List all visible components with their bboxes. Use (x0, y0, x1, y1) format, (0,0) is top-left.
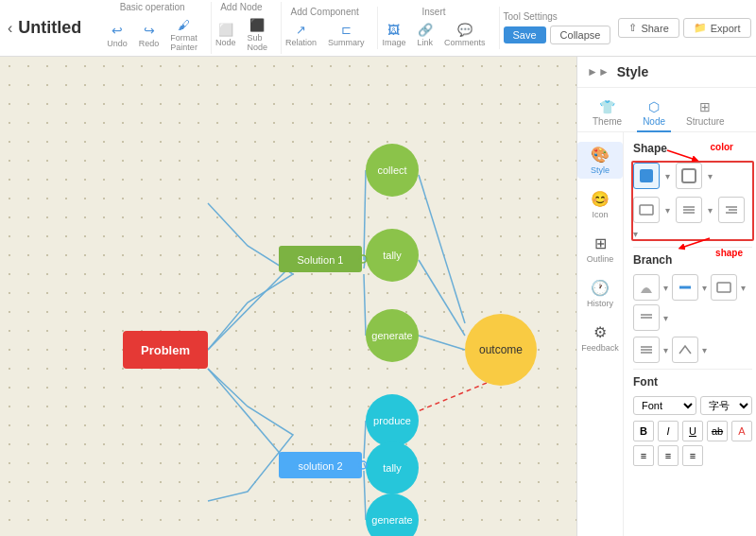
branch-more1-arrow[interactable]: ▾ (663, 345, 668, 355)
panel-inner: 🎨 Style 😊 Icon ⊞ Outline 🕐 History ⚙ (577, 132, 756, 536)
sidebar-item-style[interactable]: 🎨 Style (577, 142, 623, 179)
format-painter-button[interactable]: 🖌 Format Painter (166, 16, 201, 54)
collapse-button[interactable]: Collapse (550, 26, 611, 44)
back-button[interactable]: ‹ (8, 17, 12, 40)
sidebar-item-icon[interactable]: 😊 Icon (577, 186, 623, 223)
tool-settings-label: Tool Settings (504, 11, 558, 22)
tool-settings-buttons: Save Collapse (504, 26, 611, 44)
sub-node-button[interactable]: ⬛ Sub Node (243, 16, 271, 54)
bold-button[interactable]: B (633, 421, 654, 441)
fill-icon (639, 168, 654, 183)
branch-lines-button[interactable] (633, 304, 660, 331)
svg-text:generate: generate (371, 330, 412, 341)
sub-node-icon: ⬛ (249, 18, 265, 32)
save-button[interactable]: Save (504, 26, 546, 43)
insert-label: Insert (421, 7, 445, 17)
line-align-button[interactable] (676, 197, 702, 223)
fill-dropdown-arrow[interactable]: ▾ (665, 171, 670, 182)
underline-button[interactable]: U (682, 421, 703, 441)
add-component-items: ↗ Relation ⊏ Summary (282, 21, 369, 49)
branch-rect-button[interactable] (711, 274, 737, 301)
indent-dropdown-arrow[interactable]: ▾ (633, 229, 638, 239)
tab-structure[interactable]: ⊞ Structure (680, 95, 730, 132)
tab-node[interactable]: ⬡ Node (637, 95, 671, 132)
sidebar-item-feedback[interactable]: ⚙ Feedback (577, 320, 623, 356)
panel-style-content: Shape color (624, 132, 756, 536)
sidebar-item-outline[interactable]: ⊞ Outline (577, 231, 623, 268)
branch-more2-button[interactable] (672, 337, 698, 363)
toolbar-insert: Insert 🖼 Image 🔗 Link 💬 Comments (378, 7, 499, 49)
link-button[interactable]: 🔗 Link (413, 21, 437, 49)
side-icon-bar: 🎨 Style 😊 Icon ⊞ Outline 🕐 History ⚙ (577, 132, 624, 536)
italic-button[interactable]: I (658, 421, 679, 441)
svg-line-11 (364, 471, 366, 520)
svg-line-9 (364, 421, 366, 458)
font-size-select[interactable]: 字号 (700, 396, 752, 415)
shape-border-button[interactable] (676, 163, 702, 189)
strikethrough-button[interactable]: ab (707, 421, 728, 441)
redo-button[interactable]: ↪ Redo (135, 21, 163, 50)
branch-lines-arrow[interactable]: ▾ (663, 313, 668, 323)
align-right-button[interactable]: ≡ (682, 445, 703, 466)
sub-node-label: Sub Node (247, 33, 267, 52)
font-color-button[interactable]: A (731, 421, 752, 441)
image-button[interactable]: 🖼 Image (378, 21, 409, 49)
export-icon: 📁 (694, 22, 707, 34)
relation-button[interactable]: ↗ Relation (282, 21, 320, 49)
redo-label: Redo (139, 39, 160, 48)
branch-more2-icon (678, 344, 693, 355)
tab-theme[interactable]: 👕 Theme (587, 95, 627, 132)
export-button[interactable]: 📁 Export (683, 18, 751, 38)
shape-annotation: shape (715, 248, 743, 258)
toolbar-basic-operation: Basic operation ↩ Undo ↪ Redo 🖌 Format P… (103, 2, 212, 54)
align-left-button[interactable]: ≡ (633, 445, 654, 466)
color-annotation: color (711, 142, 733, 152)
branch-fill-button[interactable] (633, 274, 660, 301)
node-button[interactable]: ⬜ Node (212, 21, 240, 49)
branch-rect-arrow[interactable]: ▾ (741, 283, 746, 293)
branch-rect-icon (716, 282, 731, 293)
share-icon: ⇧ (628, 22, 637, 34)
basic-operation-label: Basic operation (120, 2, 185, 12)
sidebar-item-history[interactable]: 🕐 History (577, 275, 623, 312)
branch-more2-arrow[interactable]: ▾ (702, 345, 707, 355)
panel-title: Style (617, 64, 648, 79)
outline-icon: ⊞ (594, 234, 607, 252)
svg-line-4 (364, 274, 366, 336)
font-section: Font Font 字号 B I U ab A (633, 375, 752, 466)
svg-text:Problem: Problem (141, 343, 190, 357)
branch-more1-icon (639, 344, 654, 355)
comments-icon: 💬 (457, 23, 472, 37)
text-align-row: ≡ ≡ ≡ (633, 445, 752, 466)
branch-fill-arrow[interactable]: ▾ (663, 283, 668, 293)
rect-shape-button[interactable] (633, 197, 660, 223)
undo-icon: ↩ (112, 23, 123, 38)
branch-section: Branch ▾ ▾ ▾ (633, 253, 752, 363)
border-dropdown-arrow[interactable]: ▾ (708, 171, 713, 182)
undo-button[interactable]: ↩ Undo (103, 21, 131, 50)
line-align-dropdown-arrow[interactable]: ▾ (708, 205, 713, 216)
relation-icon: ↗ (296, 23, 306, 37)
canvas[interactable]: Problem Solution 1 solution 2 collect ta… (0, 57, 576, 536)
mind-map-svg: Problem Solution 1 solution 2 collect ta… (0, 57, 576, 536)
comments-button[interactable]: 💬 Comments (440, 21, 490, 49)
svg-rect-38 (640, 205, 653, 215)
shape-fill-button[interactable] (633, 163, 660, 189)
main-area: Problem Solution 1 solution 2 collect ta… (0, 57, 756, 536)
branch-lines-icon (639, 312, 654, 323)
branch-more1-button[interactable] (633, 337, 660, 363)
share-button[interactable]: ⇧ Share (618, 18, 679, 38)
theme-icon: 👕 (599, 99, 615, 114)
branch-color-arrow[interactable]: ▾ (702, 283, 707, 293)
summary-button[interactable]: ⊏ Summary (324, 21, 369, 49)
rect-dropdown-arrow[interactable]: ▾ (665, 205, 670, 216)
font-section-title: Font (633, 375, 752, 389)
font-row: Font 字号 (633, 396, 752, 415)
svg-line-1 (208, 369, 288, 463)
align-center-button[interactable]: ≡ (658, 445, 679, 466)
branch-row-1: ▾ ▾ ▾ (633, 274, 752, 331)
panel-collapse-button[interactable]: ►► (587, 65, 610, 78)
font-family-select[interactable]: Font (633, 396, 696, 415)
indent-button[interactable] (718, 197, 745, 223)
branch-color-button[interactable] (672, 274, 698, 301)
